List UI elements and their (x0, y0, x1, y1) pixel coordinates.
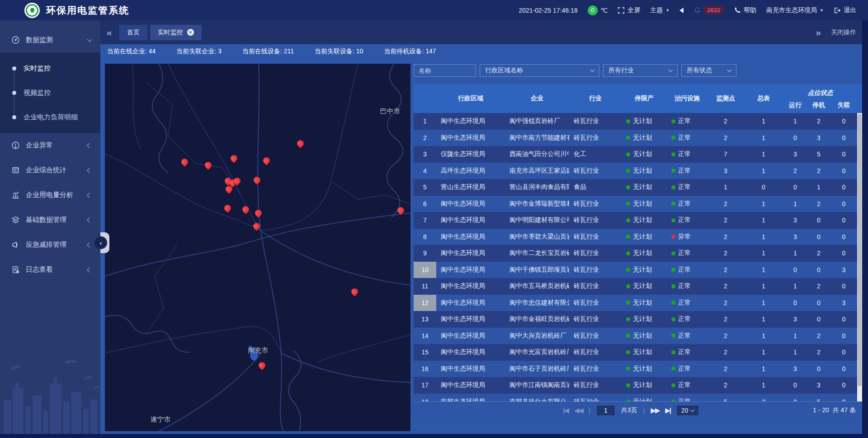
cell-run: 0 (783, 295, 807, 311)
fullscreen-button[interactable]: 全屏 (618, 6, 640, 14)
cell-index: 5 (414, 179, 436, 196)
table-row[interactable]: 14阆中生态环境局阆中大兴页岩机砖厂砖瓦行业无计划正常21120 (414, 328, 862, 344)
cell-company: 阆中市光富页岩机砖厂 (505, 344, 569, 361)
table-row[interactable]: 16阆中生态环境局阆中市石子页岩机砖厂砖瓦行业无计划正常21300 (414, 361, 862, 377)
map-panel[interactable]: 巴中市南充市遂宁市 (105, 64, 410, 431)
sidebar-item-basic-data-management[interactable]: 基础数据管理 (0, 207, 100, 232)
sidebar-item-log-view[interactable]: 日志查看 (0, 257, 100, 282)
tab-realtime[interactable]: 实时监控✕ (150, 25, 202, 40)
table-row[interactable]: 5营山生态环境局营山县润丰肉食品有限食品无计划正常10010 (414, 179, 862, 196)
sidebar-subitem-video-monitor[interactable]: 视频监控 (0, 80, 100, 105)
status-select[interactable]: 所有状态 (681, 64, 736, 77)
chevron-left-icon (87, 168, 92, 173)
cell-monitor: 2 (708, 278, 744, 295)
status-text: 无计划 (633, 167, 652, 175)
table-row[interactable]: 13阆中生态环境局阆中市金福旺页岩机砖砖瓦行业无计划正常21300 (414, 311, 862, 328)
sidebar-item-enterprise-statistics[interactable]: 企业综合统计 (0, 158, 100, 183)
industry-select[interactable]: 所有行业 (603, 64, 678, 77)
last-page-icon[interactable]: ▶| (665, 406, 670, 414)
cell-region: 阆中生态环境局 (436, 278, 505, 295)
close-icon[interactable]: ✕ (187, 29, 194, 36)
help-button[interactable]: 帮助 (734, 6, 756, 14)
table-row[interactable]: 8阆中生态环境局阆中市枣碧大梁山页岩砖瓦行业无计划异常21300 (414, 229, 862, 245)
table-row[interactable]: 6阆中生态环境局阆中市金博瑞新型墙材砖瓦行业无计划正常21120 (414, 196, 862, 212)
close-operations-button[interactable]: 关闭操作 (831, 28, 856, 37)
page-size-select[interactable]: 20 (676, 405, 699, 416)
cell-stop: 2 (807, 328, 830, 344)
cell-limit-status: 无计划 (622, 113, 667, 130)
status-dot-icon (671, 268, 675, 272)
status-dot-icon (626, 367, 630, 371)
cell-industry: 砖瓦行业 (569, 377, 622, 394)
cell-meter: 1 (744, 328, 783, 344)
user-org-dropdown[interactable]: 南充市生态环境局 ▼ (766, 6, 824, 14)
logout-button[interactable]: 退出 (834, 6, 856, 14)
cell-stop: 2 (807, 278, 830, 295)
table-row[interactable]: 9阆中生态环境局阆中市二龙长宝页岩砖砖瓦行业无计划正常21120 (414, 245, 862, 262)
cell-run: 0 (783, 130, 807, 146)
table-row[interactable]: 7阆中生态环境局阆中明阳建材有限公司砖瓦行业无计划正常21300 (414, 212, 862, 229)
status-dot-icon (626, 383, 630, 387)
pagination-bar: |◀ ◀◀ | 共3页 | ▶▶ ▶| 20 1 - 20 共 47 条 (414, 401, 862, 419)
status-dot-icon (671, 185, 675, 189)
cell-facility-status: 正常 (667, 295, 708, 311)
status-dot-icon (626, 185, 630, 189)
cell-facility-status: 正常 (667, 196, 708, 212)
cell-limit-status: 无计划 (622, 394, 667, 402)
cell-industry: 砖瓦行业 (569, 295, 622, 311)
next-page-icon[interactable]: ▶▶ (651, 406, 659, 414)
tab-home[interactable]: 首页 (119, 25, 147, 40)
table-row[interactable]: 12阆中生态环境局阆中市忠信建材有限公砖瓦行业无计划正常21003 (414, 295, 862, 311)
cell-lost: 0 (830, 212, 857, 229)
chevron-down-icon (590, 68, 595, 72)
sidebar-item-power-usage-analysis[interactable]: 企业用电量分析 (0, 183, 100, 207)
theme-dropdown[interactable]: 主题 ▼ (650, 6, 670, 14)
cell-lost: 0 (830, 311, 857, 328)
sidebar-item-label: 企业异常 (26, 141, 88, 150)
status-dot-icon (671, 334, 675, 338)
cell-index: 9 (414, 245, 436, 262)
table-row[interactable]: 18南部生态环境局南部县砖化土有限公砖瓦行业无计划正常52050 (414, 394, 862, 402)
sidebar-subitem-label: 视频监控 (24, 89, 51, 97)
filter-bar: 行政区域名称 所有行业 所有状态 (414, 64, 736, 77)
cell-limit-status: 无计划 (622, 311, 667, 328)
table-row[interactable]: 10阆中生态环境局阆中千佛镇五郎垭页岩砖瓦行业无计划正常21003 (414, 262, 862, 278)
status-dot-icon (626, 301, 630, 305)
range-label: 1 - 20 共 47 条 (813, 406, 856, 414)
first-page-icon[interactable]: |◀ (563, 406, 568, 414)
city-skyline-watermark (0, 357, 100, 438)
tab-label: 首页 (127, 28, 140, 37)
notification-widget[interactable]: 2632 (693, 6, 724, 14)
table-row[interactable]: 1阆中生态环境局阆中强锐页岩砖厂砖瓦行业无计划正常21120 (414, 113, 862, 130)
sidebar-item-enterprise-abnormal[interactable]: 企业异常 (0, 133, 100, 158)
table-row[interactable]: 15阆中生态环境局阆中市光富页岩机砖厂砖瓦行业无计划正常21120 (414, 344, 862, 361)
sidebar-subitem-power-load-detail[interactable]: 企业电力负荷明细 (0, 105, 100, 129)
tabs-scroll-right-icon[interactable]: » (816, 27, 821, 38)
cell-run: 0 (783, 394, 807, 402)
cell-run: 3 (783, 311, 807, 328)
table-row[interactable]: 11阆中生态环境局阆中市五马桥页岩机砖砖瓦行业无计划正常21120 (414, 278, 862, 295)
cell-region: 仪陇生态环境局 (436, 146, 505, 163)
prev-page-icon[interactable]: ◀◀ (574, 406, 583, 414)
table-row[interactable]: 2阆中生态环境局阆中市南方节能建材有砖瓦行业无计划正常21030 (414, 130, 862, 146)
cell-company: 阆中市金博瑞新型墙材 (505, 196, 569, 212)
name-search-input[interactable] (414, 64, 476, 77)
region-select[interactable]: 行政区域名称 (480, 64, 599, 77)
sound-icon[interactable] (679, 8, 684, 13)
table-row[interactable]: 17阆中生态环境局阆中市江南镇阆南页岩砖瓦行业无计划正常21030 (414, 377, 862, 394)
sidebar-item-data-monitor[interactable]: 数据监测 (0, 28, 100, 52)
cell-meter: 1 (744, 163, 783, 179)
column-subheader: 运行 (783, 98, 807, 113)
status-dot-icon (671, 152, 675, 156)
cell-limit-status: 无计划 (622, 278, 667, 295)
cell-industry: 食品 (569, 179, 622, 196)
scrollbar-thumb[interactable] (858, 114, 862, 386)
sidebar-subitem-realtime-monitor[interactable]: 实时监控 (0, 56, 100, 80)
page-number-input[interactable] (596, 405, 615, 416)
cell-meter: 1 (744, 377, 783, 394)
table-row[interactable]: 3仪陇生态环境局西南油气田分公司川中化工无计划正常71350 (414, 146, 862, 163)
map-collapse-handle[interactable]: ‹ (100, 232, 109, 253)
sidebar-item-emergency-reduction[interactable]: 应急减排管理 (0, 232, 100, 257)
table-row[interactable]: 4高坪生态环境局南充市高坪区王家店建砖瓦行业无计划正常31220 (414, 163, 862, 179)
tabs-scroll-left-icon[interactable]: « (107, 27, 112, 38)
